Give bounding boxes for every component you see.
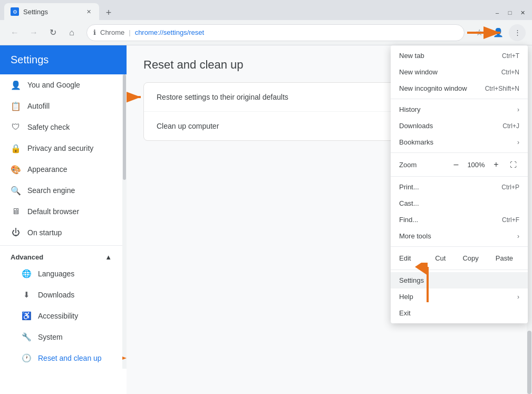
menu-item-exit[interactable]: Exit	[391, 305, 528, 321]
downloads-menu-label: Downloads	[399, 122, 433, 130]
address-security-icon: ℹ	[93, 28, 96, 36]
menu-item-settings[interactable]: Settings	[391, 272, 528, 289]
sidebar-item-default-browser[interactable]: 🖥 Default browser	[0, 201, 122, 222]
downloads-shortcut: Ctrl+J	[502, 122, 519, 130]
restore-button[interactable]: □	[505, 7, 515, 18]
new-incognito-label: New incognito window	[399, 84, 467, 92]
edit-label: Edit	[399, 254, 411, 262]
sidebar-item-on-startup[interactable]: ⏻ On startup	[0, 222, 122, 243]
downloads-label: Downloads	[38, 291, 74, 299]
minimize-button[interactable]: –	[492, 7, 502, 18]
accessibility-label: Accessibility	[38, 312, 78, 320]
title-bar: ⚙ Settings ✕ + – □ ✕	[0, 0, 532, 20]
menu-item-cast[interactable]: Cast...	[391, 195, 528, 212]
menu-divider-3	[391, 176, 528, 177]
sidebar-item-autofill[interactable]: 📋 Autofill	[0, 95, 122, 117]
forward-button[interactable]: →	[25, 24, 42, 41]
bookmarks-arrow: ›	[517, 139, 519, 146]
main-layout: Settings 👤 You and Google 📋 Autofill 🛡 S…	[0, 45, 532, 394]
sidebar-item-privacy-security[interactable]: 🔒 Privacy and security	[0, 138, 122, 159]
system-icon: 🔧	[21, 332, 32, 342]
menu-item-new-window[interactable]: New window Ctrl+N	[391, 64, 528, 80]
copy-button[interactable]: Copy	[456, 252, 485, 264]
menu-item-new-incognito[interactable]: New incognito window Ctrl+Shift+N	[391, 80, 528, 97]
menu-item-print[interactable]: Print... Ctrl+P	[391, 179, 528, 195]
find-shortcut: Ctrl+F	[502, 216, 519, 224]
cast-label: Cast...	[399, 199, 419, 207]
privacy-security-icon: 🔒	[11, 143, 21, 153]
search-engine-label: Search engine	[27, 186, 75, 195]
edit-row: Edit Cut Copy Paste	[391, 249, 528, 267]
address-url: chrome://settings/reset	[135, 28, 205, 36]
languages-label: Languages	[38, 270, 74, 278]
sidebar-item-appearance[interactable]: 🎨 Appearance	[0, 159, 122, 180]
sidebar-item-reset-clean[interactable]: 🕐 Reset and clean up	[0, 348, 122, 369]
close-button[interactable]: ✕	[517, 7, 528, 18]
zoom-value: 100%	[467, 161, 486, 169]
help-arrow: ›	[517, 293, 519, 301]
chrome-dropdown-menu[interactable]: New tab Ctrl+T New window Ctrl+N New inc…	[391, 45, 528, 323]
system-label: System	[38, 333, 63, 341]
account-button[interactable]: 👤	[490, 24, 507, 41]
address-separator: |	[129, 28, 130, 36]
exit-label: Exit	[399, 309, 411, 317]
default-browser-icon: 🖥	[11, 206, 21, 217]
zoom-plus-button[interactable]: +	[490, 158, 502, 171]
three-dot-icon: ⋮	[514, 28, 521, 36]
bookmark-button[interactable]: ☆	[471, 24, 488, 41]
menu-item-more-tools[interactable]: More tools ›	[391, 228, 528, 244]
menu-item-help[interactable]: Help ›	[391, 289, 528, 305]
menu-divider-1	[391, 99, 528, 99]
address-bar[interactable]: ℹ Chrome | chrome://settings/reset	[86, 24, 465, 41]
new-tab-shortcut: Ctrl+T	[502, 52, 519, 60]
paste-button[interactable]: Paste	[489, 252, 519, 264]
advanced-section[interactable]: Advanced ▲	[0, 248, 122, 263]
you-google-label: You and Google	[27, 81, 80, 89]
menu-item-bookmarks[interactable]: Bookmarks ›	[391, 134, 528, 150]
sidebar-item-search-engine[interactable]: 🔍 Search engine	[0, 180, 122, 201]
sidebar-item-safety-check[interactable]: 🛡 Safety check	[0, 117, 122, 138]
tab-close-button[interactable]: ✕	[84, 7, 93, 16]
menu-item-downloads[interactable]: Downloads Ctrl+J	[391, 118, 528, 134]
safety-check-icon: 🛡	[11, 122, 21, 132]
menu-item-find[interactable]: Find... Ctrl+F	[391, 212, 528, 228]
more-tools-label: More tools	[399, 232, 431, 240]
sidebar-item-accessibility[interactable]: ♿ Accessibility	[0, 305, 122, 326]
reload-button[interactable]: ↻	[44, 24, 61, 41]
back-button[interactable]: ←	[6, 24, 23, 41]
advanced-collapse-icon: ▲	[105, 253, 112, 261]
home-button[interactable]: ⌂	[63, 24, 80, 41]
cut-button[interactable]: Cut	[429, 252, 452, 264]
tab-title: Settings	[23, 8, 80, 16]
zoom-minus-button[interactable]: –	[450, 158, 462, 171]
sidebar-item-you-google[interactable]: 👤 You and Google	[0, 74, 122, 95]
fullscreen-button[interactable]: ⛶	[507, 158, 519, 171]
new-window-label: New window	[399, 68, 438, 76]
sidebar-item-system[interactable]: 🔧 System	[0, 326, 122, 348]
print-label: Print...	[399, 183, 419, 191]
menu-item-new-tab[interactable]: New tab Ctrl+T	[391, 47, 528, 64]
on-startup-label: On startup	[27, 228, 62, 237]
window-controls: – □ ✕	[492, 7, 528, 20]
browser-tab[interactable]: ⚙ Settings ✕	[4, 3, 99, 20]
accessibility-icon: ♿	[21, 311, 32, 321]
menu-item-history[interactable]: History ›	[391, 101, 528, 118]
tab-favicon: ⚙	[11, 7, 19, 16]
privacy-security-label: Privacy and security	[27, 144, 93, 152]
new-tab-button[interactable]: +	[101, 5, 116, 20]
sidebar-item-languages[interactable]: 🌐 Languages	[0, 263, 122, 284]
safety-check-label: Safety check	[27, 123, 70, 131]
downloads-icon: ⬇	[21, 290, 32, 300]
new-tab-label: New tab	[399, 52, 424, 60]
default-browser-label: Default browser	[27, 207, 79, 216]
search-engine-icon: 🔍	[11, 185, 21, 196]
arrow-to-restore-annotation	[127, 88, 145, 107]
menu-divider-2	[391, 152, 528, 153]
on-startup-icon: ⏻	[11, 227, 21, 238]
reset-clean-label: Reset and clean up	[38, 354, 102, 362]
zoom-row: Zoom – 100% + ⛶	[391, 155, 528, 174]
languages-icon: 🌐	[21, 268, 32, 279]
chrome-menu-button[interactable]: ⋮	[509, 24, 526, 41]
sidebar-item-downloads[interactable]: ⬇ Downloads	[0, 284, 122, 305]
menu-divider-5	[391, 270, 528, 270]
